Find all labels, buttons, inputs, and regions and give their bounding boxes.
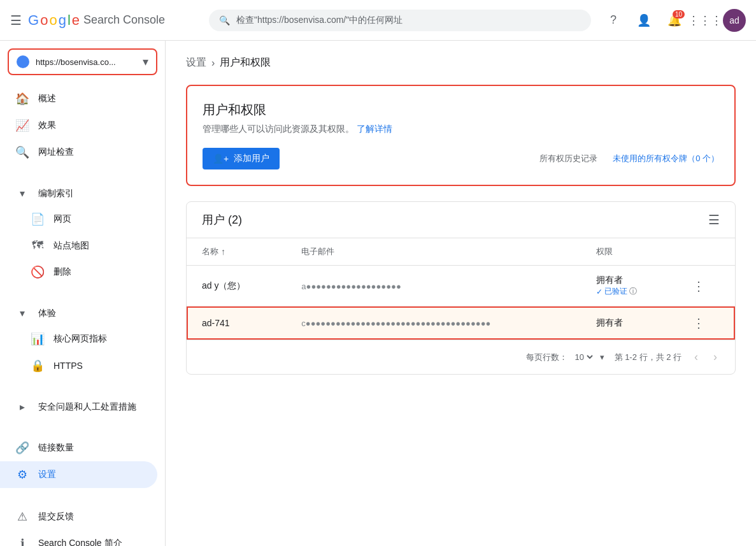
pagination-next-button[interactable]: ›: [711, 348, 720, 366]
nav-section-security: ▸ 安全问题和人工处置措施: [0, 392, 165, 422]
sidebar-item-label: 效果: [38, 120, 56, 131]
breadcrumb-current: 用户和权限: [220, 56, 271, 69]
user-actions-cell: ⋮: [677, 306, 735, 340]
user-permission-cell: 拥有者 ✓ 已验证 ⓘ: [581, 266, 676, 306]
grid-icon: ⋮⋮⋮: [688, 13, 722, 27]
hamburger-menu-icon[interactable]: ☰: [10, 13, 22, 28]
sidebar-item-feedback[interactable]: ⚠ 提交反馈: [0, 503, 157, 530]
nav-group-security[interactable]: ▸ 安全问题和人工处置措施: [0, 394, 165, 419]
nav-section-experience: ▾ 体验 📊 核心网页指标 🔒 HTTPS: [0, 298, 165, 382]
nav-section-footer: ⚠ 提交反馈 ℹ Search Console 简介: [0, 501, 165, 546]
sidebar-item-performance[interactable]: 📈 效果: [0, 112, 157, 139]
users-card: 用户 (2) ☰ 名称 ↑ 电子邮件 权限: [186, 201, 736, 375]
history-link[interactable]: 所有权历史记录: [539, 153, 597, 164]
users-card-title: 用户 (2): [202, 212, 242, 227]
sitemap-icon: 🗺: [31, 239, 45, 252]
check-icon: ✓: [596, 287, 603, 296]
sidebar-item-pages[interactable]: 📄 网页: [0, 206, 157, 233]
app-title: Search Console: [83, 13, 165, 27]
sidebar: https://bosenvisa.co... ▾ 🏠 概述 📈 效果 🔍 网址…: [0, 41, 166, 546]
sidebar-item-label: 概述: [38, 93, 56, 104]
lock-icon: 🔒: [31, 359, 45, 373]
search-icon: 🔍: [15, 145, 29, 159]
nav-group-index[interactable]: ▾ 编制索引: [0, 181, 165, 206]
chart-icon: 📊: [31, 332, 45, 346]
remove-icon: 🚫: [31, 265, 45, 279]
main-container: https://bosenvisa.co... ▾ 🏠 概述 📈 效果 🔍 网址…: [0, 41, 756, 546]
site-favicon-icon: [17, 55, 29, 68]
sidebar-item-label: 设置: [38, 469, 56, 480]
col-header-email: 电子邮件: [286, 238, 581, 266]
nav-group-label: 安全问题和人工处置措施: [38, 401, 136, 413]
table-header: 名称 ↑ 电子邮件 权限: [187, 238, 735, 266]
sidebar-item-sitemap[interactable]: 🗺 站点地图: [0, 233, 157, 259]
add-user-button[interactable]: 👤+ 添加用户: [203, 148, 280, 169]
page-icon: 📄: [31, 212, 45, 226]
rows-per-page-select[interactable]: 10: [573, 352, 595, 363]
avatar[interactable]: ad: [723, 9, 746, 32]
verified-badge: ✓ 已验证 ⓘ: [596, 286, 661, 297]
site-selector[interactable]: https://bosenvisa.co... ▾: [8, 48, 157, 75]
col-header-permission: 权限: [581, 238, 676, 266]
help-button[interactable]: ?: [601, 8, 626, 33]
header-left: ☰ Google Search Console: [10, 12, 201, 29]
more-vert-icon[interactable]: ⋮: [692, 316, 705, 330]
feedback-icon: ⚠: [15, 510, 29, 524]
breadcrumb: 设置 › 用户和权限: [186, 56, 736, 69]
add-user-label: 添加用户: [234, 153, 269, 164]
user-actions-cell: ⋮: [677, 266, 735, 306]
filter-icon[interactable]: ☰: [708, 212, 720, 227]
nav-section-main: 🏠 概述 📈 效果 🔍 网址检查: [0, 83, 165, 168]
sidebar-item-overview[interactable]: 🏠 概述: [0, 85, 157, 112]
account-circle-button[interactable]: 👤: [631, 8, 657, 33]
sidebar-item-settings[interactable]: ⚙ 设置: [0, 461, 157, 488]
notifications-button[interactable]: 🔔 10: [662, 8, 687, 33]
settings-icon: ⚙: [15, 468, 29, 482]
sidebar-item-links[interactable]: 🔗 链接数量: [0, 435, 157, 461]
tokens-link[interactable]: 未使用的所有权令牌（0 个）: [613, 153, 719, 164]
col-header-name: 名称 ↑: [187, 238, 286, 266]
person-icon: 👤: [637, 13, 651, 27]
sidebar-item-label: 删除: [53, 266, 71, 278]
header-actions: ? 👤 🔔 10 ⋮⋮⋮ ad: [601, 8, 746, 33]
permissions-card: 用户和权限 管理哪些人可以访问此资源及其权限。 了解详情 👤+ 添加用户 所有权…: [186, 85, 736, 186]
apps-button[interactable]: ⋮⋮⋮: [692, 8, 718, 33]
sidebar-item-label: 提交反馈: [38, 511, 74, 522]
sidebar-item-about[interactable]: ℹ Search Console 简介: [0, 530, 157, 546]
chevron-right-icon: ▸: [15, 401, 29, 413]
chevron-down-icon: ▾: [15, 187, 29, 199]
users-table: 名称 ↑ 电子邮件 权限 ad y（您）: [187, 238, 735, 340]
table-footer: 每页行数： 10 ▾ 第 1-2 行，共 2 行 ‹ ›: [187, 340, 735, 374]
nav-group-label: 体验: [38, 308, 56, 319]
sort-icon[interactable]: ↑: [221, 247, 225, 257]
user-email-cell: c●●●●●●●●●●●●●●●●●●●●●●●●●●●●●●●●●●●●●: [286, 306, 581, 340]
permissions-card-title: 用户和权限: [203, 101, 719, 119]
permissions-card-description: 管理哪些人可以访问此资源及其权限。 了解详情: [203, 124, 719, 135]
search-input-placeholder: 检查"https://bosenvisa.com/"中的任何网址: [236, 15, 403, 26]
sidebar-item-label: 网页: [53, 213, 71, 225]
sidebar-item-removals[interactable]: 🚫 删除: [0, 259, 157, 285]
link-icon: 🔗: [15, 441, 29, 455]
more-vert-icon[interactable]: ⋮: [692, 279, 705, 293]
search-bar[interactable]: 🔍 检查"https://bosenvisa.com/"中的任何网址: [209, 10, 591, 31]
pagination-prev-button[interactable]: ‹: [692, 348, 701, 366]
sidebar-item-label: 核心网页指标: [53, 333, 107, 345]
info-circle-icon: ⓘ: [629, 286, 637, 297]
sidebar-item-url-inspection[interactable]: 🔍 网址检查: [0, 139, 157, 166]
nav-group-experience[interactable]: ▾ 体验: [0, 301, 165, 326]
google-logo: Google Search Console: [28, 12, 165, 29]
table-row: ad-741 c●●●●●●●●●●●●●●●●●●●●●●●●●●●●●●●●…: [187, 306, 735, 340]
learn-more-link[interactable]: 了解详情: [357, 124, 392, 134]
chevron-down-icon: ▾: [600, 352, 604, 362]
nav-section-index: ▾ 编制索引 📄 网页 🗺 站点地图 🚫 删除: [0, 178, 165, 288]
chevron-down-icon: ▾: [143, 55, 148, 69]
col-header-actions: [677, 238, 735, 266]
sidebar-item-core-web-vitals[interactable]: 📊 核心网页指标: [0, 326, 157, 352]
sidebar-item-label: Search Console 简介: [38, 538, 122, 546]
help-icon: ?: [610, 13, 617, 27]
sidebar-item-https[interactable]: 🔒 HTTPS: [0, 352, 157, 379]
breadcrumb-parent[interactable]: 设置: [186, 56, 206, 69]
rows-per-page: 每页行数： 10 ▾: [526, 352, 604, 363]
site-url: https://bosenvisa.co...: [36, 57, 136, 67]
sidebar-item-label: HTTPS: [53, 361, 83, 371]
